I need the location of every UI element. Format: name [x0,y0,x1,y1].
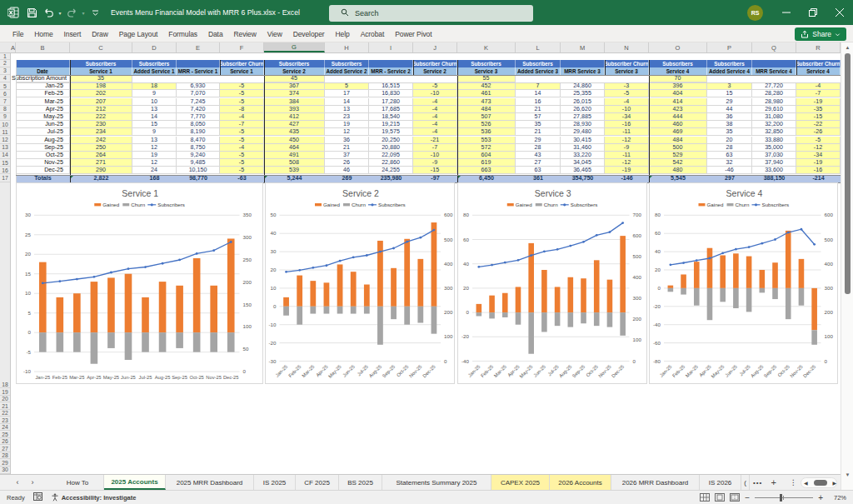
churn-bar[interactable] [337,306,343,313]
gained-bar[interactable] [607,279,613,312]
cell-J8[interactable]: -4 [413,106,457,113]
gained-bar[interactable] [746,256,752,287]
row-header-8[interactable]: 8 [0,106,10,113]
cell-Q12[interactable]: 33,880 [752,137,796,144]
row-header-10[interactable]: 10 [0,121,10,128]
churn-bar[interactable] [310,306,316,313]
churn-bar[interactable] [694,287,700,305]
subscribers-line[interactable] [671,229,815,265]
sheet-tab--[interactable]: ( [741,475,750,490]
cell-E3[interactable]: MRR - Service 1 [177,67,220,75]
cell-P5[interactable]: 3 [707,82,752,90]
cell-L10[interactable]: 35 [516,121,561,128]
cell-P11[interactable]: 35 [707,128,752,136]
row-header-14[interactable]: 14 [0,152,10,159]
cell-Q14[interactable]: 37,030 [752,152,796,159]
cell-F2[interactable]: Subscriber Churn [220,60,264,67]
cell-F9[interactable]: -4 [220,113,264,121]
churn-bar[interactable] [760,287,766,292]
churn-bar[interactable] [528,312,534,354]
cell-D14[interactable]: 19 [132,152,177,159]
cell-E17[interactable]: 98,770 [177,175,220,182]
gained-bar[interactable] [404,238,410,306]
gained-bar[interactable] [283,297,289,306]
gained-bar[interactable] [581,278,586,312]
cell-C6[interactable]: 202 [70,90,132,97]
cell-P7[interactable]: 29 [707,98,752,106]
cell-R9[interactable]: -15 [796,113,841,121]
churn-bar[interactable] [73,332,81,352]
cell-H12[interactable]: 36 [325,137,369,144]
cell-I3[interactable]: MRR - Service 2 [369,67,413,75]
cell-J9[interactable]: -4 [413,113,457,121]
customize-quick-access-icon[interactable] [87,0,103,25]
gained-bar[interactable] [324,282,330,306]
gained-bar[interactable] [91,282,98,332]
cell-R5[interactable]: -4 [796,82,841,90]
cell-C7[interactable]: 207 [70,98,132,106]
gained-bar[interactable] [159,282,167,332]
gained-bar[interactable] [417,258,423,306]
zoom-percentage[interactable]: 72% [828,494,846,502]
churn-bar[interactable] [502,312,508,317]
cell-B15[interactable]: Nov-25 [16,159,70,167]
row-header-17[interactable]: 17 [0,175,10,182]
cell-E12[interactable]: 8,470 [177,137,220,144]
row-header-29[interactable]: 29 [0,460,10,467]
cell-F6[interactable]: -5 [220,90,264,97]
churn-bar[interactable] [351,306,357,313]
vertical-scrollbar[interactable]: ▲ ▼ [841,42,853,490]
cell-L14[interactable]: 43 [516,152,561,159]
tab-options-dots[interactable]: ⋮ [790,475,797,490]
cell-R13[interactable]: -12 [796,144,841,152]
cell-B17[interactable]: Totals [16,175,70,182]
churn-bar[interactable] [193,332,201,352]
ribbon-tab-view[interactable]: View [267,30,282,38]
cell-G11[interactable]: 435 [264,128,325,136]
cell-I14[interactable]: 22,095 [369,152,413,159]
cell-I2[interactable] [369,60,413,67]
undo-button[interactable] [40,0,57,25]
cell-C12[interactable]: 242 [70,137,132,144]
cell-J14[interactable]: -10 [413,152,457,159]
scroll-down-arrow[interactable]: ▼ [841,470,853,480]
search-box[interactable]: Search [329,5,533,22]
cell-M5[interactable]: 24,860 [561,82,605,90]
cell-Q9[interactable]: 31,080 [752,113,796,121]
cell-L16[interactable]: 63 [516,167,561,174]
column-header-E[interactable]: E [177,42,220,52]
share-button[interactable]: Share [795,27,846,41]
row-header-9[interactable]: 9 [0,113,10,121]
cell-B4[interactable]: Subscription Amount [16,75,70,82]
churn-bar[interactable] [681,287,686,294]
cell-O15[interactable]: 542 [649,159,707,167]
cell-E2[interactable] [177,60,220,67]
cell-O7[interactable]: 414 [649,98,707,106]
gained-bar[interactable] [125,273,132,332]
cell-N11[interactable]: -11 [605,128,649,136]
cell-Q17[interactable]: 388,150 [752,175,796,182]
cell-R12[interactable]: -5 [796,137,841,144]
undo-dropdown-caret[interactable]: ▾ [57,0,63,25]
cell-N9[interactable]: -34 [605,113,649,121]
cell-F5[interactable]: -5 [220,82,264,90]
zoom-slider-thumb[interactable] [780,494,782,502]
cell-D6[interactable]: 9 [132,90,177,97]
cell-M2[interactable] [561,60,605,67]
horizontal-scroll-thumb[interactable] [814,480,828,486]
cell-L13[interactable]: 28 [516,144,561,152]
cell-K10[interactable]: 526 [457,121,516,128]
column-header-B[interactable]: B [16,42,70,52]
churn-bar[interactable] [620,312,626,336]
cell-M7[interactable]: 26,015 [561,98,605,106]
gained-bar[interactable] [107,277,115,332]
cell-O10[interactable]: 460 [649,121,707,128]
cell-J12[interactable]: -21 [413,137,457,144]
cell-B5[interactable]: Jan-25 [16,82,70,90]
cell-R6[interactable]: -7 [796,90,841,97]
cell-I5[interactable]: 16,515 [369,82,413,90]
cell-F14[interactable]: -5 [220,152,264,159]
gained-bar[interactable] [227,238,235,332]
cell-E9[interactable]: 7,770 [177,113,220,121]
cell-R8[interactable]: -35 [796,106,841,113]
